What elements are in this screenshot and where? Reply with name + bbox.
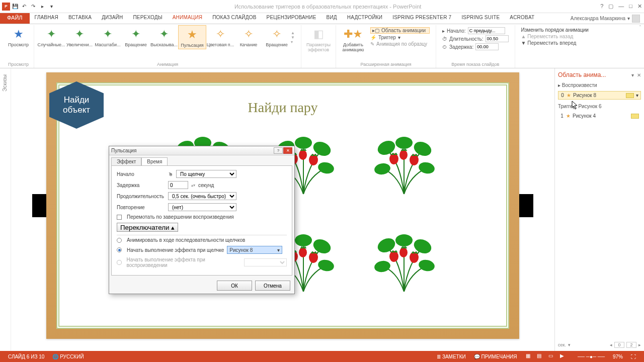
minimize-icon[interactable]: — — [618, 3, 624, 10]
normal-view-icon[interactable]: ▦ — [526, 353, 535, 360]
tab-home[interactable]: ГЛАВНАЯ — [30, 13, 63, 24]
timing-bar — [626, 93, 634, 98]
window-controls: ? ▢ — □ ✕ — [600, 3, 642, 10]
slideshow-view-icon[interactable]: ▶ — [560, 353, 569, 360]
anim-item-label: Рисунок 8 — [573, 93, 624, 98]
effect-dialog: Пульсация ?✕ Эффект Время Начало 🖱По щел… — [109, 146, 295, 294]
item-menu-icon[interactable]: ▾ — [636, 93, 638, 98]
effect-options-button: ◧Параметры эффектов — [304, 25, 333, 53]
plant-6[interactable] — [366, 226, 442, 297]
gallery-more-icon[interactable]: ▲▼▾ — [291, 25, 298, 49]
help-icon[interactable]: ? — [600, 3, 603, 10]
lang-indicator[interactable]: 🌐 РУССКИЙ — [48, 354, 88, 359]
duration-input[interactable] — [486, 35, 509, 42]
move-earlier-button[interactable]: ▲ Переместить назад — [521, 34, 589, 39]
tab-addins[interactable]: НАДСТРОЙКИ — [342, 13, 387, 24]
redo-icon[interactable]: ↷ — [29, 3, 37, 11]
move-later-button[interactable]: ▼ Переместить вперед — [521, 40, 589, 46]
effect-color[interactable]: ✧Цветовая п... — [206, 25, 234, 49]
ribbon-tabs: ФАЙЛ ГЛАВНАЯ ВСТАВКА ДИЗАЙН ПЕРЕХОДЫ АНИ… — [0, 13, 644, 24]
d-rewind-label: Перемотать по завершении воспроизведения — [127, 214, 234, 220]
tab-ispring7[interactable]: ISPRING PRESENTER 7 — [387, 13, 456, 24]
dialog-tab-effect[interactable]: Эффект — [111, 157, 141, 165]
d-radio-onclick[interactable] — [117, 247, 122, 252]
tab-file[interactable]: ФАЙЛ — [0, 13, 30, 24]
sorter-view-icon[interactable]: ▤ — [537, 353, 546, 360]
group-timing: Время показа слайдов — [451, 62, 499, 68]
svg-point-17 — [395, 137, 413, 149]
zoom-controls[interactable]: ── ─●─ ── — [574, 354, 609, 359]
effect-pulse[interactable]: ★Пульсация — [178, 25, 206, 49]
dialog-close-icon[interactable]: ✕ — [283, 147, 292, 154]
pane-menu-icon[interactable]: ▾ — [631, 72, 634, 78]
duration-label: Длительность: — [449, 36, 484, 42]
tab-view[interactable]: ВИД — [321, 13, 342, 24]
ok-button[interactable]: ОК — [217, 281, 252, 291]
effect-teeter1[interactable]: ✦Высказыва... — [150, 25, 178, 49]
undo-icon[interactable]: ↶ — [20, 3, 28, 11]
plant-3[interactable] — [366, 129, 442, 199]
effect-spin[interactable]: ✦Вращение — [122, 25, 150, 49]
fit-icon[interactable]: ⛶ — [627, 354, 640, 359]
d-onclick-object[interactable]: Рисунок 8▾ — [227, 246, 282, 254]
preview-label: Просмотр — [8, 42, 29, 47]
dialog-tab-timing[interactable]: Время — [141, 157, 168, 165]
delay-input[interactable] — [475, 43, 499, 50]
tab-review[interactable]: РЕЦЕНЗИРОВАНИЕ — [262, 13, 321, 24]
slide-indicator[interactable]: СЛАЙД 6 ИЗ 10 — [4, 354, 48, 359]
effect-random[interactable]: ✦Случайные... — [37, 25, 65, 49]
effect-spin2[interactable]: ✧Вращение — [263, 25, 291, 49]
ribbonopt-icon[interactable]: ▢ — [608, 3, 613, 10]
d-start-select[interactable]: По щелчку — [176, 170, 236, 178]
status-bar: СЛАЙД 6 ИЗ 10 🌐 РУССКИЙ ≣ ЗАМЕТКИ 💬 ПРИМ… — [0, 351, 644, 362]
tab-acrobat[interactable]: ACROBAT — [505, 13, 539, 24]
add-animation-button[interactable]: ✚★Добавить анимацию — [339, 25, 367, 53]
save-icon[interactable]: 💾 — [11, 3, 19, 11]
animation-pane-button[interactable]: ▸▢ Область анимации — [370, 27, 430, 34]
cancel-button[interactable]: Отмена — [255, 281, 290, 291]
thumbnails-tab[interactable]: Эскизы — [0, 68, 10, 98]
trigger-button[interactable]: ⚡ Триггер ▾ — [370, 35, 430, 40]
svg-point-47 — [399, 247, 408, 257]
anim-item-2[interactable]: 1★ Рисунок 4 — [558, 112, 641, 120]
collapse-ribbon-icon[interactable]: ˆ — [639, 25, 641, 31]
preview-button[interactable]: ★Просмотр — [5, 25, 33, 48]
anim-item-1[interactable]: 0★ Рисунок 8 ▾ — [558, 91, 641, 100]
close-icon[interactable]: ✕ — [637, 3, 642, 10]
trigger-header: Триггер: Рисунок 6 — [558, 104, 641, 109]
animation-painter-button[interactable]: ✎ Анимация по образцу — [370, 41, 430, 47]
pane-close-icon[interactable]: ✕ — [637, 72, 641, 78]
slide-title[interactable]: Найди пару — [59, 85, 506, 116]
user-account[interactable]: Александра Макаркина▾ — [567, 13, 644, 24]
d-delay-input[interactable] — [168, 181, 188, 189]
zoom-value[interactable]: 97% — [609, 354, 627, 359]
d-repeat-select[interactable]: (нет) — [168, 203, 236, 211]
effect-teeter2[interactable]: ✧Качание — [234, 25, 263, 49]
startshow-icon[interactable]: ▸ — [38, 3, 46, 11]
dialog-titlebar[interactable]: Пульсация ?✕ — [109, 146, 294, 155]
maximize-icon[interactable]: □ — [629, 3, 632, 10]
d-rewind-check[interactable] — [117, 215, 122, 220]
dialog-help-icon[interactable]: ? — [274, 147, 283, 154]
user-name: Александра Макаркина — [571, 16, 625, 21]
tab-design[interactable]: ДИЗАЙН — [97, 13, 128, 24]
reading-view-icon[interactable]: ▭ — [548, 353, 557, 360]
time-nav: сек. ▾ ◂02▸ — [558, 342, 641, 348]
view-buttons: ▦ ▤ ▭ ▶ — [521, 353, 574, 360]
notes-button[interactable]: ≣ ЗАМЕТКИ — [433, 354, 470, 359]
tab-slideshow[interactable]: ПОКАЗ СЛАЙДОВ — [207, 13, 261, 24]
d-radio-sequence[interactable] — [117, 238, 122, 243]
tab-ispring[interactable]: iSpring Suite — [456, 13, 505, 24]
tab-animations[interactable]: АНИМАЦИЯ — [168, 13, 208, 24]
qat-more-icon[interactable]: ▾ — [47, 3, 55, 11]
d-triggers-button[interactable]: Переключатели ▴ — [117, 223, 178, 232]
play-button[interactable]: ▸ Воспроизвести — [558, 82, 641, 88]
effect-scale[interactable]: ✦Масштаби... — [94, 25, 122, 49]
d-onplay-object — [244, 258, 287, 266]
tab-transitions[interactable]: ПЕРЕХОДЫ — [128, 13, 167, 24]
effect-zoom[interactable]: ✦Увеличени... — [65, 25, 94, 49]
start-input[interactable] — [468, 27, 505, 34]
d-dur-select[interactable]: 0,5 сек. (очень быстро) — [168, 192, 236, 200]
comments-button[interactable]: 💬 ПРИМЕЧАНИЯ — [470, 354, 521, 359]
tab-insert[interactable]: ВСТАВКА — [63, 13, 97, 24]
